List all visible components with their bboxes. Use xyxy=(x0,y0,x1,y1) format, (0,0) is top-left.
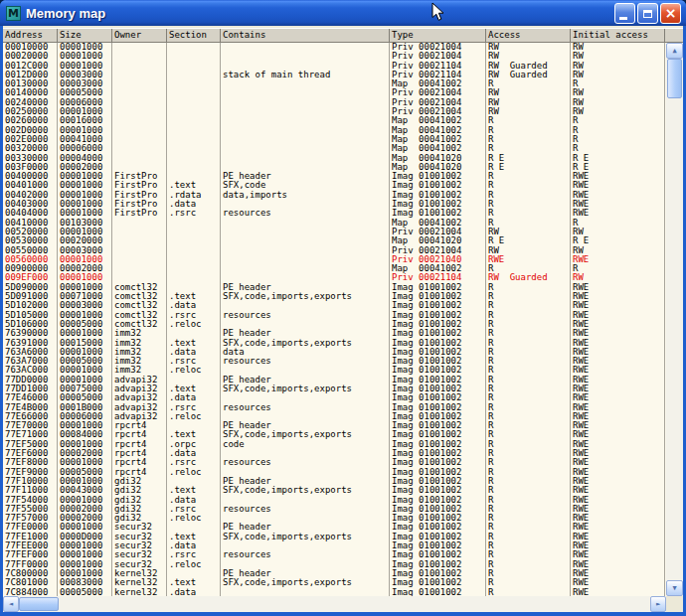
table-row[interactable]: 763A600000001000imm32.datadataImag 01001… xyxy=(3,348,666,357)
table-row[interactable]: 77F1100000043000gdi32.textSFX,code,impor… xyxy=(3,486,666,495)
table-row[interactable]: 77E4B0000001B000advapi32.rsrcresourcesIm… xyxy=(3,403,666,412)
cell-access: R xyxy=(486,393,571,402)
table-row[interactable]: 5D09000000001000comctl32PE headerImag 01… xyxy=(3,283,666,292)
table-row[interactable]: 0090000000002000Map 00041002RR xyxy=(3,264,666,273)
table-row[interactable]: 003F000000002000Map 00041020R ER E xyxy=(3,163,666,172)
cell-contains: PE header xyxy=(221,569,390,578)
table-row[interactable]: 0040200000001000FirstPro.rdatadata,impor… xyxy=(3,191,666,200)
table-row[interactable]: 0052000000001000Priv 00021004RWRW xyxy=(3,228,666,236)
table-row[interactable]: 0024000000006000Priv 00021004RWRW xyxy=(3,98,666,107)
cell-contains: code xyxy=(221,440,390,449)
table-row[interactable]: 002D000000001000Map 00041002RR xyxy=(3,126,666,135)
table-row[interactable]: 77FF000000001000secur32.relocImag 010010… xyxy=(3,560,666,569)
scroll-right-button[interactable]: ► xyxy=(650,596,666,612)
table-row[interactable]: 77E7100000084000rpcrt4.textSFX,code,impo… xyxy=(3,430,666,439)
cell-type: Imag 01001002 xyxy=(390,191,486,200)
column-header-owner[interactable]: Owner xyxy=(112,29,167,42)
column-header-section[interactable]: Section xyxy=(167,29,221,42)
table-row[interactable]: 7639100000015000imm32.textSFX,code,impor… xyxy=(3,339,666,348)
table-row[interactable]: 0001000000001000Priv 00021004RWRW xyxy=(3,43,666,52)
table-row[interactable]: 0026000000016000Map 00041002RR xyxy=(3,116,666,125)
table-row[interactable]: 0002000000001000Priv 00021004RWRW xyxy=(3,52,666,61)
close-button[interactable]: × xyxy=(660,3,681,24)
table-row[interactable]: 0012C00000001000Priv 00021104RW GuardedR… xyxy=(3,62,666,71)
table-row[interactable]: 0040400000001000FirstPro.rsrcresourcesIm… xyxy=(3,209,666,218)
table-row[interactable]: 0041000000103000Map 00041002RR xyxy=(3,219,666,228)
table-row[interactable]: 5D10500000001000comctl32.rsrcresourcesIm… xyxy=(3,311,666,320)
table-row[interactable]: 0040000000001000FirstProPE headerImag 01… xyxy=(3,172,666,181)
cell-owner: FirstPro xyxy=(112,181,167,190)
scroll-down-button[interactable]: ▼ xyxy=(666,580,683,596)
scroll-left-button[interactable]: ◄ xyxy=(3,596,19,612)
table-row[interactable]: 77EF800000001000rpcrt4.rsrcresourcesImag… xyxy=(3,458,666,467)
column-header-access[interactable]: Access xyxy=(486,29,571,42)
table-row[interactable]: 7C80100000083000kernel32.textSFX,code,im… xyxy=(3,578,666,587)
table-row[interactable]: 0055000000003000Priv 00021004RWRW xyxy=(3,246,666,255)
table-row[interactable]: 0040100000001000FirstPro.textSFX,codeIma… xyxy=(3,181,666,190)
minimize-button[interactable] xyxy=(614,3,635,24)
table-row[interactable]: 7C80000000001000kernel32PE headerImag 01… xyxy=(3,569,666,578)
table-row[interactable]: 0053000000020000Map 00041020R ER E xyxy=(3,236,666,245)
scroll-up-button[interactable]: ▲ xyxy=(666,43,683,59)
cell-section xyxy=(167,88,221,97)
cell-address: 77FE0000 xyxy=(3,523,58,532)
table-row[interactable]: 77EF900000005000rpcrt4.relocImag 0100100… xyxy=(3,468,666,477)
table-row[interactable]: 763AC00000001000imm32.relocImag 01001002… xyxy=(3,366,666,375)
table-row[interactable]: 77DD100000075000advapi32.textSFX,code,im… xyxy=(3,385,666,393)
table-row[interactable]: 0040300000001000FirstPro.dataImag 010010… xyxy=(3,200,666,209)
cell-contains xyxy=(221,52,390,61)
cell-size: 00001000 xyxy=(58,107,112,116)
column-header-size[interactable]: Size xyxy=(58,29,112,42)
cell-contains: PE header xyxy=(221,523,390,532)
column-header-contains[interactable]: Contains xyxy=(221,29,390,42)
table-row[interactable]: 77FE000000001000secur32PE headerImag 010… xyxy=(3,523,666,532)
vertical-scrollbar[interactable]: ▲ ▼ xyxy=(666,43,683,596)
table-row[interactable]: 77E7000000001000rpcrt4PE headerImag 0100… xyxy=(3,421,666,430)
table-row[interactable]: 77E6600000006000advapi32.relocImag 01001… xyxy=(3,412,666,421)
table-row[interactable]: 0012D00000003000stack of main threadPriv… xyxy=(3,71,666,79)
cell-section xyxy=(167,98,221,107)
maximize-button[interactable] xyxy=(637,3,658,24)
table-row[interactable]: 77FEF00000001000secur32.rsrcresourcesIma… xyxy=(3,550,666,559)
table-row[interactable]: 77F5700000002000gdi32.relocImag 01001002… xyxy=(3,514,666,523)
window-icon[interactable]: M xyxy=(6,6,21,21)
table-row[interactable]: 5D10200000003000comctl32.dataImag 010010… xyxy=(3,301,666,310)
table-row[interactable]: 0013000000003000Map 00041002RR xyxy=(3,79,666,88)
cell-access: R xyxy=(486,569,571,578)
table-row[interactable]: 0032000000006000Map 00041002RR xyxy=(3,144,666,153)
horizontal-scrollbar[interactable]: ◄ ► xyxy=(3,596,666,612)
table-row[interactable]: 0025000000001000Priv 00021004RWRW xyxy=(3,107,666,116)
table-row[interactable]: 77F5400000001000gdi32.dataImag 01001002R… xyxy=(3,496,666,505)
table-row[interactable]: 5D10600000005000comctl32.relocImag 01001… xyxy=(3,320,666,329)
table-row[interactable]: 77FEE00000001000secur32.dataImag 0100100… xyxy=(3,541,666,550)
column-header-address[interactable]: Address xyxy=(3,29,58,42)
column-header-type[interactable]: Type xyxy=(390,29,486,42)
cell-initial_access: RWE xyxy=(571,181,665,190)
table-row[interactable]: 0014000000005000Priv 00021004RWRW xyxy=(3,88,666,97)
table-row[interactable]: 77F1000000001000gdi32PE headerImag 01001… xyxy=(3,477,666,486)
column-header-initial_access[interactable]: Initial access xyxy=(571,29,665,42)
table-row[interactable]: 5D09100000071000comctl32.textSFX,code,im… xyxy=(3,292,666,301)
table-row[interactable]: 009EF00000001000Priv 00021104RW GuardedR… xyxy=(3,273,666,282)
table-row[interactable]: 002E000000041000Map 00041002RR xyxy=(3,135,666,144)
vertical-scroll-thumb[interactable] xyxy=(667,59,682,98)
table-row[interactable]: 77EF500000001000rpcrt4.orpccodeImag 0100… xyxy=(3,440,666,449)
cell-initial_access: RWE xyxy=(571,292,665,301)
table-row[interactable]: 77F5500000002000gdi32.rsrcresourcesImag … xyxy=(3,505,666,514)
table-row[interactable]: 0056000000001000Priv 00021040RWERWE xyxy=(3,255,666,264)
table-row[interactable]: 7639000000001000imm32PE headerImag 01001… xyxy=(3,329,666,338)
cell-type: Priv 00021004 xyxy=(390,88,486,97)
table-row[interactable]: 763A700000005000imm32.rsrcresourcesImag … xyxy=(3,357,666,366)
table-row[interactable]: 77DD000000001000advapi32PE headerImag 01… xyxy=(3,376,666,385)
cell-initial_access: RWE xyxy=(571,393,665,402)
table-row[interactable]: 0033000000004000Map 00041020R ER E xyxy=(3,154,666,163)
cell-section: .rsrc xyxy=(167,505,221,514)
table-row[interactable]: 7C88400000005000kernel32.dataImag 010010… xyxy=(3,588,666,596)
cell-initial_access: RWE xyxy=(571,366,665,375)
titlebar[interactable]: M Memory map × xyxy=(0,0,686,26)
table-row[interactable]: 77FE10000000D000secur32.textSFX,code,imp… xyxy=(3,533,666,541)
table-row[interactable]: 77E4600000005000advapi32.dataImag 010010… xyxy=(3,393,666,402)
horizontal-scroll-thumb[interactable] xyxy=(19,597,59,611)
table-row[interactable]: 77EF600000002000rpcrt4.dataImag 01001002… xyxy=(3,449,666,458)
cell-address: 00130000 xyxy=(3,79,58,88)
